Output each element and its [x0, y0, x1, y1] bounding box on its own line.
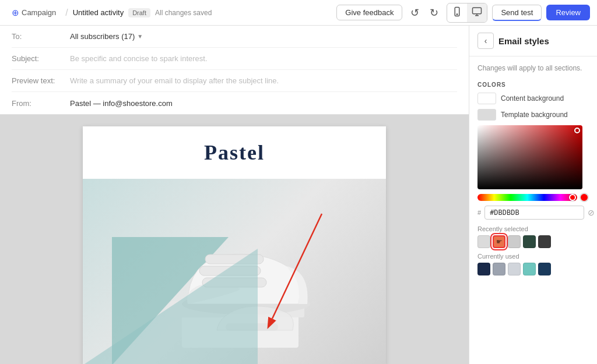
panel-back-button[interactable]: ‹: [477, 33, 494, 49]
topbar: ⊕ Campaign / Untitled activity Draft All…: [0, 0, 597, 26]
subject-label: Subject:: [12, 54, 70, 63]
hue-bar-container: [477, 193, 589, 202]
redo-button[interactable]: ↻: [426, 4, 442, 22]
subject-placeholder[interactable]: Be specific and concise to spark interes…: [70, 54, 208, 63]
swatch-navy[interactable]: [477, 263, 490, 275]
history-controls: ↺ ↻: [407, 4, 442, 22]
to-label: To:: [12, 32, 70, 41]
swatch-3a3a3a[interactable]: [538, 235, 551, 248]
color-picker: # ⊘: [477, 125, 589, 220]
panel-title: Email styles: [498, 36, 549, 46]
campaign-circle-icon: ⊕: [12, 8, 19, 18]
to-value: All subscribers (17): [70, 32, 135, 41]
content-bg-label: Content background: [501, 94, 564, 103]
hue-bar[interactable]: [477, 194, 577, 201]
brand-name: Pastel: [97, 140, 372, 165]
send-test-button[interactable]: Send test: [492, 5, 542, 21]
from-value: Pastel — info@shoestore.com: [70, 99, 173, 108]
email-canvas: Pastel: [0, 115, 469, 364]
mobile-view-button[interactable]: [447, 3, 467, 22]
back-icon: ‹: [484, 36, 487, 45]
campaign-nav[interactable]: ⊕ Campaign: [7, 5, 61, 20]
cursor-icon: ☛: [494, 236, 504, 247]
panel-info: Changes will apply to all sections.: [477, 63, 589, 73]
hex-reset-icon[interactable]: ⊘: [588, 208, 595, 217]
shoe-image: [83, 179, 386, 364]
bg-triangle: [83, 249, 258, 364]
view-toggle: [447, 3, 487, 23]
svg-point-1: [457, 13, 458, 15]
swatch-gray[interactable]: [493, 263, 505, 275]
preview-placeholder[interactable]: Write a summary of your email to display…: [70, 76, 279, 85]
to-row: To: All subscribers (17) ▼: [12, 26, 457, 48]
swatch-dbdbdb[interactable]: [477, 235, 490, 248]
topbar-divider: /: [65, 8, 68, 18]
gradient-handle[interactable]: [574, 128, 580, 133]
hex-input[interactable]: [484, 206, 584, 220]
content-bg-swatch[interactable]: [477, 93, 496, 104]
content-bg-row: Content background: [477, 93, 589, 104]
swatch-2d4a3e[interactable]: [523, 235, 536, 248]
colors-section-label: COLORS: [477, 82, 589, 88]
svg-rect-2: [473, 8, 482, 14]
review-button[interactable]: Review: [546, 5, 590, 20]
swatch-light-gray[interactable]: [508, 263, 521, 275]
hex-input-row: # ⊘: [477, 206, 589, 220]
hue-color-preview: [580, 193, 589, 202]
to-dropdown-arrow: ▼: [137, 33, 143, 40]
right-panel: ‹ Email styles Changes will apply to all…: [469, 26, 597, 364]
undo-button[interactable]: ↺: [407, 4, 423, 22]
email-content: Pastel: [83, 126, 386, 364]
feedback-button[interactable]: Give feedback: [336, 5, 402, 20]
recently-selected-label: Recently selected: [477, 225, 589, 232]
saved-status: All changes saved: [155, 9, 212, 17]
template-bg-swatch[interactable]: [477, 109, 496, 121]
recently-selected-section: Recently selected ☛: [477, 225, 589, 248]
hue-handle[interactable]: [569, 194, 576, 201]
subject-row: Subject: Be specific and concise to spar…: [12, 48, 457, 70]
preview-label: Preview text:: [12, 76, 70, 85]
from-label: From:: [12, 99, 70, 108]
swatch-dark-blue[interactable]: [538, 263, 551, 275]
currently-used-label: Currently used: [477, 253, 589, 260]
campaign-label: Campaign: [22, 8, 56, 17]
template-bg-row: Template background: [477, 109, 589, 121]
activity-title: Untitled activity: [73, 8, 124, 17]
currently-used-section: Currently used: [477, 253, 589, 275]
email-meta: To: All subscribers (17) ▼ Subject: Be s…: [0, 26, 469, 115]
currently-used-swatches: [477, 263, 589, 275]
desktop-view-button[interactable]: [467, 3, 487, 22]
to-dropdown[interactable]: All subscribers (17) ▼: [70, 32, 143, 41]
swatch-cccccc[interactable]: [508, 235, 521, 248]
main-layout: To: All subscribers (17) ▼ Subject: Be s…: [0, 26, 597, 364]
swatch-teal[interactable]: [523, 263, 536, 275]
color-gradient[interactable]: [477, 125, 582, 189]
from-row: From: Pastel — info@shoestore.com: [12, 92, 457, 114]
template-bg-label: Template background: [501, 111, 568, 119]
preview-row: Preview text: Write a summary of your em…: [12, 70, 457, 92]
recently-selected-swatches: ☛: [477, 235, 589, 248]
swatch-e8724a[interactable]: ☛: [493, 235, 505, 248]
canvas-wrapper: Pastel: [83, 126, 386, 352]
email-hero: [83, 179, 386, 364]
hex-hash-icon: #: [477, 209, 481, 216]
panel-body: Changes will apply to all sections. COLO…: [469, 56, 597, 364]
panel-header: ‹ Email styles: [469, 26, 597, 56]
editor-area: To: All subscribers (17) ▼ Subject: Be s…: [0, 26, 469, 364]
draft-badge: Draft: [128, 8, 150, 17]
email-header: Pastel: [83, 126, 386, 179]
